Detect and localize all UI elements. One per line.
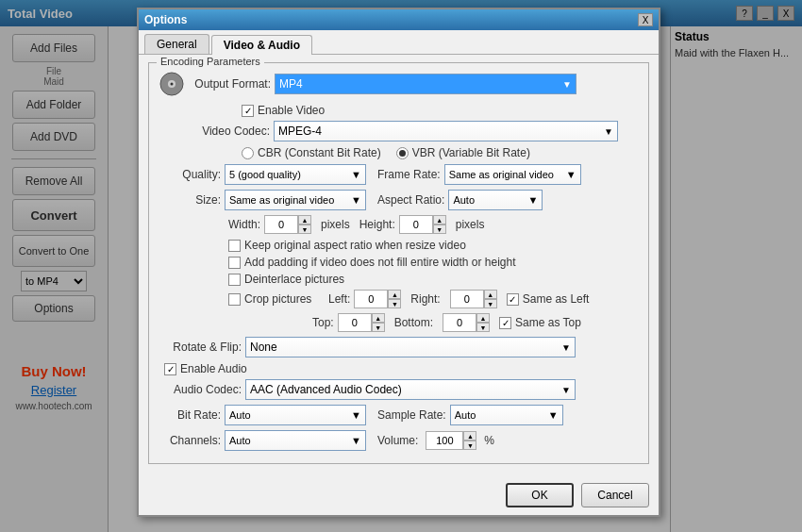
bottom-label: Bottom:: [394, 316, 433, 329]
volume-down-btn[interactable]: ▼: [463, 441, 476, 450]
quality-dropdown[interactable]: 5 (good quality) ▼: [225, 164, 366, 185]
video-codec-arrow: ▼: [604, 126, 613, 137]
framerate-dropdown[interactable]: Same as original video ▼: [444, 164, 581, 185]
volume-label: Volume:: [377, 434, 418, 447]
bit-rate-value: Auto: [229, 409, 251, 421]
right-down-btn[interactable]: ▼: [484, 299, 497, 308]
pixels-label1: pixels: [321, 218, 350, 231]
width-down-btn[interactable]: ▼: [298, 224, 311, 234]
height-input[interactable]: [399, 215, 433, 234]
width-up-btn[interactable]: ▲: [298, 215, 311, 224]
size-arrow: ▼: [351, 194, 361, 206]
sample-rate-dropdown[interactable]: Auto ▼: [450, 405, 563, 425]
bitrate-samplerate-row: Bit Rate: Auto ▼ Sample Rate: Auto ▼: [157, 405, 641, 425]
top-input[interactable]: [338, 313, 372, 332]
height-down-btn[interactable]: ▼: [433, 224, 446, 234]
width-input[interactable]: [264, 215, 298, 234]
channels-dropdown[interactable]: Auto ▼: [225, 430, 366, 451]
tab-general[interactable]: General: [144, 34, 209, 54]
right-up-btn[interactable]: ▲: [484, 290, 497, 299]
video-codec-value: MPEG-4: [278, 125, 322, 138]
enable-audio-checkbox[interactable]: [164, 363, 176, 375]
left-down-btn[interactable]: ▼: [388, 299, 401, 308]
enable-video-checkbox[interactable]: [242, 105, 254, 117]
framerate-arrow: ▼: [566, 169, 576, 180]
bottom-input[interactable]: [443, 313, 476, 332]
volume-up-btn[interactable]: ▲: [463, 431, 476, 441]
encoding-parameters-title: Encoding Parameters: [157, 56, 264, 67]
height-label: Height:: [359, 218, 395, 231]
keep-ratio-row: Keep original aspect ratio when resize v…: [228, 239, 641, 252]
left-up-btn[interactable]: ▲: [388, 290, 401, 299]
crop-checkbox[interactable]: [228, 293, 241, 306]
size-aspect-row: Size: Same as original video ▼ Aspect Ra…: [157, 190, 641, 210]
top-down-btn[interactable]: ▼: [372, 323, 385, 332]
same-as-left-checkbox[interactable]: [507, 293, 519, 306]
height-up-btn[interactable]: ▲: [433, 215, 446, 224]
channels-label: Channels:: [157, 434, 221, 447]
left-input[interactable]: [354, 290, 388, 308]
volume-spinner-btns: ▲ ▼: [463, 431, 476, 450]
crop-row: Crop pictures Left: ▲ ▼ Right: ▲: [228, 290, 641, 308]
right-spinner: ▲ ▼: [450, 290, 497, 308]
dialog-title: Options: [144, 13, 187, 26]
output-format-dropdown[interactable]: MP4 ▼: [275, 74, 576, 94]
left-label: Left:: [328, 292, 350, 306]
quality-value: 5 (good quality): [229, 169, 301, 180]
output-format-icon: [157, 69, 187, 99]
app-window: Total Video ? _ X Add Files FileMaid Add…: [0, 0, 802, 532]
dialog-close-button[interactable]: X: [638, 13, 653, 26]
width-spinner-btns: ▲ ▼: [298, 215, 311, 234]
pixels-label2: pixels: [456, 218, 485, 231]
bottom-down-btn[interactable]: ▼: [476, 323, 490, 332]
channels-value: Auto: [229, 435, 251, 446]
keep-ratio-checkbox[interactable]: [228, 240, 241, 252]
volume-input[interactable]: [426, 431, 463, 450]
aspect-ratio-dropdown[interactable]: Auto ▼: [448, 190, 543, 210]
ok-button[interactable]: OK: [506, 483, 574, 507]
percent-label: %: [484, 434, 494, 447]
same-as-top-checkbox[interactable]: [499, 317, 511, 329]
add-padding-label: Add padding if video does not fill entir…: [244, 256, 516, 269]
audio-codec-label: Audio Codec:: [157, 383, 242, 396]
top-bottom-row: Top: ▲ ▼ Bottom: ▲ ▼: [312, 313, 641, 332]
channels-volume-row: Channels: Auto ▼ Volume: ▲ ▼ %: [157, 430, 641, 451]
rotate-flip-arrow: ▼: [561, 342, 571, 353]
dialog-content: Encoding Parameters Output Format: MP4 ▼: [139, 55, 659, 477]
right-label: Right:: [410, 292, 440, 306]
deinterlace-checkbox[interactable]: [228, 274, 241, 286]
right-spinner-btns: ▲ ▼: [484, 290, 497, 308]
audio-codec-row: Audio Codec: AAC (Advanced Audio Codec) …: [157, 379, 641, 400]
add-padding-checkbox[interactable]: [228, 257, 241, 269]
bottom-up-btn[interactable]: ▲: [476, 313, 490, 323]
bit-rate-label: Bit Rate:: [157, 408, 221, 422]
cbr-radio[interactable]: [242, 147, 254, 159]
cbr-label: CBR (Constant Bit Rate): [258, 146, 381, 159]
aspect-ratio-arrow: ▼: [527, 194, 538, 206]
rotate-flip-label: Rotate & Flip:: [157, 341, 242, 354]
sample-rate-value: Auto: [455, 409, 476, 421]
bitrate-mode-row: CBR (Constant Bit Rate) VBR (Variable Bi…: [242, 146, 641, 159]
output-format-arrow: ▼: [562, 79, 572, 90]
output-format-value: MP4: [279, 77, 303, 91]
size-label: Size:: [157, 193, 221, 207]
crop-label: Crop pictures: [244, 292, 325, 306]
video-codec-dropdown[interactable]: MPEG-4 ▼: [274, 121, 618, 141]
video-codec-row: Video Codec: MPEG-4 ▼: [157, 121, 641, 141]
size-dropdown[interactable]: Same as original video ▼: [225, 190, 366, 210]
output-format-label: Output Format:: [191, 77, 271, 91]
cancel-button[interactable]: Cancel: [581, 483, 649, 507]
same-as-top-row: Same as Top: [499, 316, 581, 329]
vbr-radio[interactable]: [396, 147, 409, 159]
tab-video-audio[interactable]: Video & Audio: [211, 35, 312, 55]
bit-rate-dropdown[interactable]: Auto ▼: [225, 405, 366, 425]
svg-point-2: [171, 83, 174, 86]
audio-codec-dropdown[interactable]: AAC (Advanced Audio Codec) ▼: [245, 379, 576, 400]
sample-rate-label: Sample Rate:: [377, 408, 446, 422]
output-format-row: Output Format: MP4 ▼: [157, 69, 641, 99]
same-as-top-label: Same as Top: [515, 316, 581, 329]
right-input[interactable]: [450, 290, 484, 308]
bottom-spinner: ▲ ▼: [443, 313, 490, 332]
top-up-btn[interactable]: ▲: [372, 313, 385, 323]
rotate-flip-dropdown[interactable]: None ▼: [245, 337, 576, 357]
